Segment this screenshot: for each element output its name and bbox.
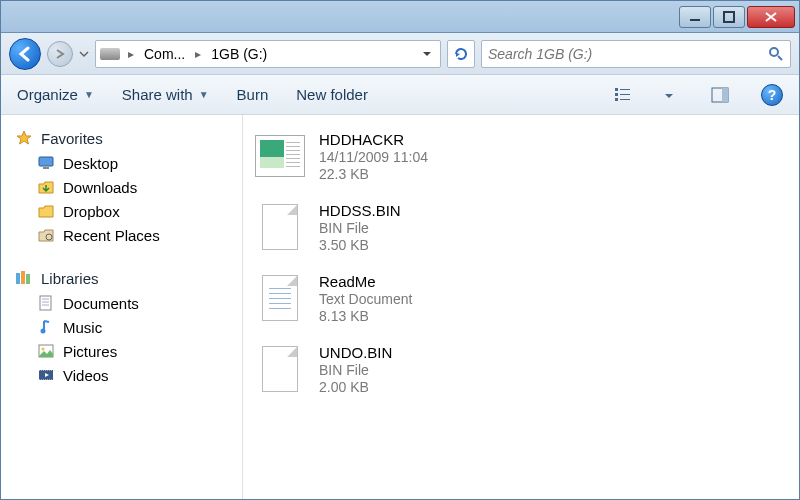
svg-rect-11 — [39, 157, 53, 166]
pictures-icon — [37, 342, 55, 360]
view-list-icon — [615, 87, 633, 103]
breadcrumb-segment[interactable]: 1GB (G:) — [207, 44, 271, 64]
file-item[interactable]: HDDHACKR 14/11/2009 11:04 22.3 KB — [255, 125, 787, 196]
address-breadcrumb[interactable]: ▸ Com... ▸ 1GB (G:) — [95, 40, 441, 68]
sidebar-item-downloads[interactable]: Downloads — [9, 175, 234, 199]
file-name: UNDO.BIN — [319, 344, 392, 361]
title-bar — [1, 1, 799, 33]
burn-label: Burn — [237, 86, 269, 103]
file-type: BIN File — [319, 220, 401, 236]
libraries-icon — [15, 269, 33, 287]
command-toolbar: Organize ▼ Share with ▼ Burn New folder — [1, 75, 799, 115]
star-icon — [15, 129, 33, 147]
sidebar-item-pictures[interactable]: Pictures — [9, 339, 234, 363]
preview-pane-button[interactable] — [707, 82, 733, 108]
favorites-label: Favorites — [41, 130, 103, 147]
svg-rect-4 — [620, 89, 630, 90]
refresh-icon — [453, 46, 469, 62]
svg-rect-7 — [615, 98, 618, 101]
desktop-icon — [37, 154, 55, 172]
svg-point-20 — [42, 348, 45, 351]
svg-rect-16 — [26, 274, 30, 284]
navigation-pane: Favorites Desktop Downloads Dropbox Rece… — [1, 115, 243, 499]
file-icon — [255, 202, 305, 252]
new-folder-button[interactable]: New folder — [296, 86, 368, 103]
share-with-button[interactable]: Share with ▼ — [122, 86, 209, 103]
back-button[interactable] — [9, 38, 41, 70]
sidebar-item-music[interactable]: Music — [9, 315, 234, 339]
search-input[interactable] — [488, 46, 768, 62]
help-button[interactable]: ? — [761, 84, 783, 106]
file-name: ReadMe — [319, 273, 412, 290]
file-size: 3.50 KB — [319, 237, 401, 253]
svg-rect-5 — [615, 93, 618, 96]
minimize-button[interactable] — [679, 6, 711, 28]
breadcrumb-separator-icon: ▸ — [124, 47, 138, 61]
refresh-button[interactable] — [447, 40, 475, 68]
file-icon — [255, 344, 305, 394]
svg-rect-10 — [722, 88, 728, 102]
sidebar-item-dropbox[interactable]: Dropbox — [9, 199, 234, 223]
sidebar-item-documents[interactable]: Documents — [9, 291, 234, 315]
sidebar-item-desktop[interactable]: Desktop — [9, 151, 234, 175]
search-box[interactable] — [481, 40, 791, 68]
svg-rect-0 — [690, 19, 700, 21]
sidebar-item-label: Pictures — [63, 343, 117, 360]
file-size: 8.13 KB — [319, 308, 412, 324]
svg-point-2 — [770, 48, 778, 56]
file-item[interactable]: HDDSS.BIN BIN File 3.50 KB — [255, 196, 787, 267]
file-item[interactable]: ReadMe Text Document 8.13 KB — [255, 267, 787, 338]
svg-rect-6 — [620, 94, 630, 95]
svg-rect-17 — [40, 296, 51, 310]
svg-rect-12 — [43, 167, 49, 169]
sidebar-item-label: Recent Places — [63, 227, 160, 244]
address-dropdown-icon[interactable] — [418, 49, 436, 59]
preview-pane-icon — [711, 87, 729, 103]
search-icon — [768, 46, 784, 62]
organize-label: Organize — [17, 86, 78, 103]
libraries-header[interactable]: Libraries — [9, 265, 234, 291]
file-date: 14/11/2009 11:04 — [319, 149, 428, 165]
address-bar-row: ▸ Com... ▸ 1GB (G:) — [1, 33, 799, 75]
breadcrumb-segment[interactable]: Com... — [140, 44, 189, 64]
file-size: 2.00 KB — [319, 379, 392, 395]
downloads-icon — [37, 178, 55, 196]
svg-point-18 — [41, 329, 46, 334]
file-type: Text Document — [319, 291, 412, 307]
forward-button[interactable] — [47, 41, 73, 67]
svg-rect-8 — [620, 99, 630, 100]
sidebar-item-recent-places[interactable]: Recent Places — [9, 223, 234, 247]
sidebar-item-label: Music — [63, 319, 102, 336]
file-type: BIN File — [319, 362, 392, 378]
share-label: Share with — [122, 86, 193, 103]
favorites-header[interactable]: Favorites — [9, 125, 234, 151]
application-icon — [255, 131, 305, 181]
maximize-button[interactable] — [713, 6, 745, 28]
dropdown-icon: ▼ — [199, 89, 209, 100]
sidebar-item-videos[interactable]: Videos — [9, 363, 234, 387]
music-icon — [37, 318, 55, 336]
sidebar-item-label: Desktop — [63, 155, 118, 172]
videos-icon — [37, 366, 55, 384]
text-file-icon — [255, 273, 305, 323]
file-item[interactable]: UNDO.BIN BIN File 2.00 KB — [255, 338, 787, 409]
close-button[interactable] — [747, 6, 795, 28]
arrow-left-icon — [17, 46, 33, 62]
view-dropdown-icon[interactable] — [665, 86, 679, 104]
organize-button[interactable]: Organize ▼ — [17, 86, 94, 103]
file-list: HDDHACKR 14/11/2009 11:04 22.3 KB HDDSS.… — [243, 115, 799, 499]
burn-button[interactable]: Burn — [237, 86, 269, 103]
file-name: HDDHACKR — [319, 131, 428, 148]
sidebar-item-label: Documents — [63, 295, 139, 312]
dropdown-icon: ▼ — [84, 89, 94, 100]
breadcrumb-separator-icon: ▸ — [191, 47, 205, 61]
view-mode-button[interactable] — [611, 82, 637, 108]
dropbox-icon — [37, 202, 55, 220]
libraries-label: Libraries — [41, 270, 99, 287]
svg-rect-15 — [21, 271, 25, 284]
new-folder-label: New folder — [296, 86, 368, 103]
drive-icon — [100, 48, 120, 60]
recent-places-icon — [37, 226, 55, 244]
documents-icon — [37, 294, 55, 312]
history-dropdown-icon[interactable] — [79, 49, 89, 59]
